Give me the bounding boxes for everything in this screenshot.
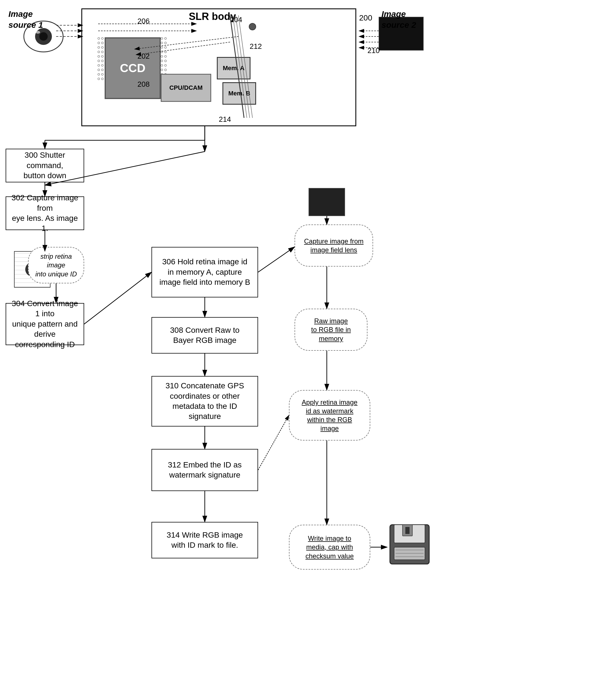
step-308-box: 308 Convert Raw to Bayer RGB image: [152, 317, 258, 354]
step-304-text: 304 Convert image 1 into unique pattern …: [9, 299, 81, 350]
svg-line-40: [258, 247, 294, 272]
step-306-box: 306 Hold retina image id in memory A, ca…: [152, 247, 258, 297]
mem-b-label: Mem. B: [228, 90, 250, 97]
floppy-disk-icon: [387, 522, 432, 567]
ref-204: 204: [230, 16, 242, 24]
svg-point-3: [35, 31, 40, 34]
step-314-box: 314 Write RGB image with ID mark to file…: [152, 522, 258, 558]
cloud-apply-watermark: Apply retina image id as watermark withi…: [289, 390, 370, 440]
ref-212: 212: [250, 42, 262, 51]
ref-210: 210: [367, 46, 380, 55]
cloud-raw-rgb-text: Raw image to RGB file in memory: [311, 317, 351, 343]
cloud-raw-rgb: Raw image to RGB file in memory: [294, 309, 367, 351]
ccd-dots-left: [98, 37, 103, 80]
ref-206: 206: [137, 17, 150, 26]
captured-dark-image: [309, 188, 345, 216]
mem-a-label: Mem. A: [223, 65, 244, 72]
step-300-text: 300 Shutter command, button down: [9, 150, 81, 181]
step-314-text: 314 Write RGB image with ID mark to file…: [166, 530, 243, 551]
ccd-label: CCD: [120, 61, 146, 75]
ref-214: 214: [219, 115, 231, 124]
cloud-strip-retina-text: strip retina image into unique ID: [33, 252, 79, 278]
svg-line-41: [258, 415, 289, 470]
slr-body-label: SLR body: [189, 11, 236, 22]
cloud-write-media-text: Write image to media, cap with checksum …: [306, 534, 354, 560]
ccd-component: CCD: [105, 37, 161, 99]
ref-208: 208: [137, 80, 150, 89]
cloud-write-media: Write image to media, cap with checksum …: [289, 525, 370, 570]
svg-line-30: [84, 272, 152, 324]
svg-point-2: [39, 32, 48, 41]
ref-202: 202: [137, 52, 150, 60]
mem-a-component: Mem. A: [217, 57, 251, 79]
step-310-text: 310 Concatenate GPS coordinates or other…: [165, 381, 244, 422]
cloud-capture-field: Capture image from image field lens: [294, 225, 373, 267]
cpu-label: CPU/DCAM: [170, 84, 203, 92]
step-300-box: 300 Shutter command, button down: [6, 149, 84, 182]
step-302-text: 302 Capture image from eye lens. As imag…: [9, 193, 81, 234]
cpu-component: CPU/DCAM: [161, 74, 211, 102]
image-source-2-label: Imagesource 2: [382, 8, 416, 30]
eye-lens-icon: [16, 16, 72, 57]
step-310-box: 310 Concatenate GPS coordinates or other…: [152, 376, 258, 427]
ref-200: 200: [359, 14, 372, 22]
slr-body-box: SLR body 200 CCD: [81, 8, 356, 126]
step-304-box: 304 Convert image 1 into unique pattern …: [6, 303, 84, 345]
cloud-strip-retina: strip retina image into unique ID: [28, 247, 84, 283]
cloud-capture-field-text: Capture image from image field lens: [304, 237, 363, 254]
step-308-text: 308 Convert Raw to Bayer RGB image: [170, 325, 239, 346]
svg-rect-7: [405, 527, 410, 534]
step-312-text: 312 Embed the ID as watermark signature: [168, 460, 241, 480]
diagram-container: SLR body 200 CCD: [0, 0, 616, 681]
cloud-apply-watermark-text: Apply retina image id as watermark withi…: [302, 398, 358, 433]
step-312-box: 312 Embed the ID as watermark signature: [152, 449, 258, 491]
step-306-text: 306 Hold retina image id in memory A, ca…: [159, 257, 250, 287]
step-302-box: 302 Capture image from eye lens. As imag…: [6, 196, 84, 230]
mem-b-component: Mem. B: [223, 82, 256, 105]
